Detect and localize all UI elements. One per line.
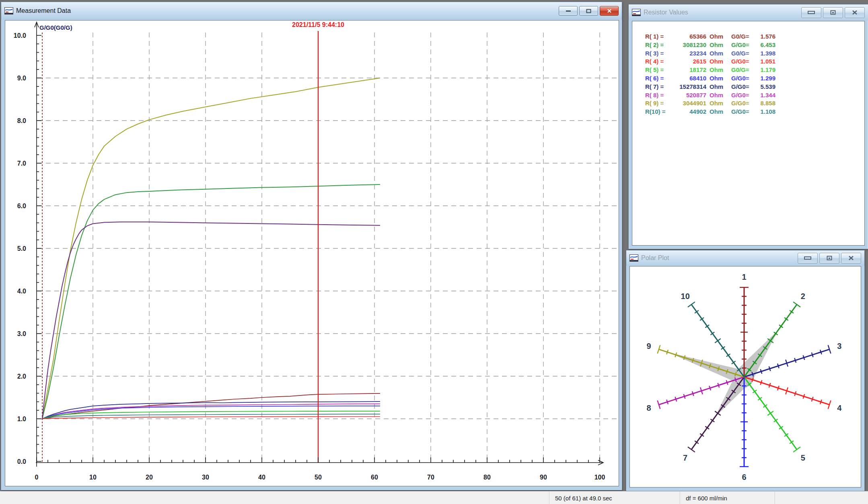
svg-text:9.0: 9.0 [17,75,26,82]
status-panel-empty [0,492,549,504]
resistor-row: R( 4) =2615OhmG/G0=1.051 [645,57,864,66]
svg-text:40: 40 [258,474,265,481]
svg-text:10: 10 [681,292,690,301]
status-bar: 50 (of 61) at 49.0 sec df = 600 ml/min [0,491,868,504]
resistor-row: R( 8) =520877OhmG/G0=1.344 [645,91,864,100]
svg-text:70: 70 [427,474,434,481]
svg-text:4.0: 4.0 [17,288,26,295]
polar-plot-window: Polar Plot 12345678910 [626,250,865,491]
restore-icon [586,9,591,13]
measurement-titlebar[interactable]: Measurement Data [1,2,622,20]
status-panel-empty [775,492,868,504]
restore-icon [830,10,836,15]
polar-radar-chart: 12345678910 [630,266,862,488]
svg-text:6: 6 [742,473,746,481]
close-button[interactable] [841,253,861,264]
svg-text:5.0: 5.0 [17,245,26,252]
minimize-button[interactable] [798,253,818,264]
conductance-time-chart[interactable]: 01020304050607080901000.01.02.03.04.05.0… [5,20,619,486]
restore-icon [827,256,832,260]
close-button[interactable] [845,7,865,18]
resistor-row: R( 6) =68410OhmG/G0=1.299 [645,74,864,83]
minimize-icon [566,10,571,12]
svg-text:7.0: 7.0 [17,160,26,167]
resistor-row: R(10) =44902OhmG/G0=1.108 [645,108,864,116]
restore-button[interactable] [823,7,843,18]
app-icon [4,7,13,14]
minimize-button[interactable] [559,6,578,16]
app-icon [629,254,638,262]
resistor-row: R( 3) =23234OhmG0/G=1.398 [645,49,864,58]
svg-text:5: 5 [801,453,805,462]
close-button[interactable] [600,6,619,16]
window-title: Polar Plot [641,254,669,262]
close-icon [607,9,612,13]
resistor-row: R( 9) =3044901OhmG/G0=8.858 [645,99,864,108]
svg-text:100: 100 [594,474,605,481]
restore-button[interactable] [819,253,839,264]
resistor-titlebar[interactable]: Resistor Values [629,4,868,20]
resistor-rows: R( 1) =65366OhmG0/G=1.576R( 2) =3081230O… [632,21,864,116]
resistor-values-window: Resistor Values R( 1) =65366Ohm [628,4,868,249]
svg-text:2021/11/5 9:44:10: 2021/11/5 9:44:10 [292,21,344,28]
svg-text:80: 80 [483,474,491,481]
measurement-chart-area: 01020304050607080901000.01.02.03.04.05.0… [5,20,619,486]
svg-text:1: 1 [742,272,746,281]
polar-plot-area: 12345678910 [629,266,861,488]
svg-text:60: 60 [371,474,378,481]
window-title: Resistor Values [644,9,688,16]
svg-text:30: 30 [202,474,209,481]
svg-text:0.0: 0.0 [17,458,26,465]
svg-text:10.0: 10.0 [14,32,26,39]
svg-text:0: 0 [35,474,39,481]
close-icon [848,256,854,260]
svg-text:3: 3 [837,342,841,350]
status-flow-rate: df = 600 ml/min [680,492,775,504]
svg-text:10: 10 [89,474,97,481]
minimize-button[interactable] [801,7,821,18]
resistor-row: R( 5) =18172OhmG0/G=1.179 [645,66,864,74]
svg-text:6.0: 6.0 [17,203,26,209]
status-progress: 50 (of 61) at 49.0 sec [549,492,680,504]
svg-text:2.0: 2.0 [17,373,26,380]
measurement-data-window: Measurement Data 01020304050607080901000… [1,2,622,490]
svg-text:8: 8 [647,404,651,412]
svg-text:90: 90 [540,474,547,481]
resistor-values-panel: R( 1) =65366OhmG0/G=1.576R( 2) =3081230O… [632,21,865,246]
svg-text:3.0: 3.0 [17,330,26,337]
app-icon [632,9,641,16]
svg-text:4: 4 [837,404,842,412]
window-title: Measurement Data [16,7,71,14]
minimize-icon [808,11,815,14]
svg-text:9: 9 [647,342,651,350]
svg-text:50: 50 [315,474,322,481]
svg-text:1.0: 1.0 [17,416,26,422]
minimize-icon [804,256,811,260]
close-icon [852,10,858,15]
svg-text:20: 20 [146,474,153,481]
resistor-row: R( 1) =65366OhmG0/G=1.576 [645,33,864,41]
desktop: Measurement Data 01020304050607080901000… [0,0,868,504]
svg-text:G/G0(G0/G): G/G0(G0/G) [39,24,72,31]
restore-button[interactable] [579,6,598,16]
resistor-row: R( 7) =15278314OhmG/G0=5.539 [645,83,864,91]
polar-titlebar[interactable]: Polar Plot [626,250,864,266]
svg-text:7: 7 [683,453,687,462]
svg-text:8.0: 8.0 [17,117,26,124]
resistor-row: R( 2) =3081230OhmG/G0=6.453 [645,41,864,49]
svg-text:2: 2 [801,292,805,301]
